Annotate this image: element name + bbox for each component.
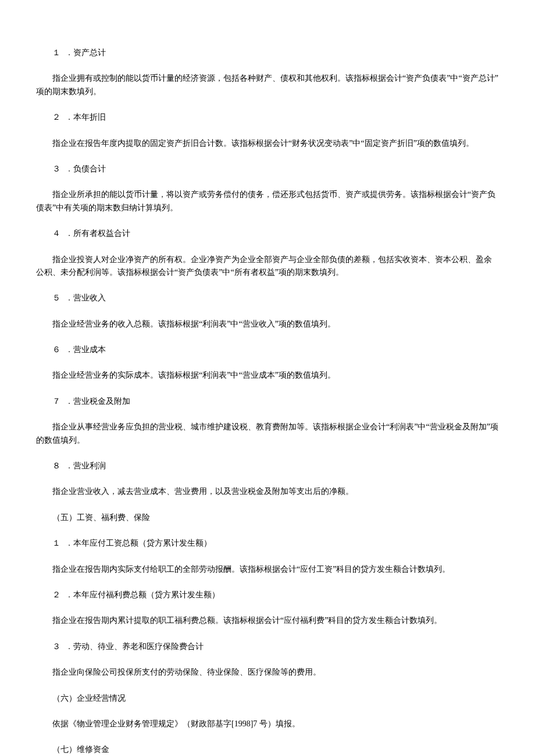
- section-8-heading: ８ ．营业利润: [36, 460, 499, 472]
- section-2-heading: ２ ．本年折旧: [36, 111, 499, 124]
- section-7-body: 指企业从事经营业务应负担的营业税、城市维护建设税、教育费附加等。该指标根据企业会…: [36, 421, 499, 447]
- section-4-body: 指企业投资人对企业净资产的所有权。企业净资产为企业全部资产与企业全部负债的差额，…: [36, 253, 499, 280]
- section-6-body: 指企业经营业务的实际成本。该指标根据“利润表”中“营业成本”项的数值填列。: [36, 369, 499, 382]
- section-10-body: 指企业在报告期内实际支付给职工的全部劳动报酬。该指标根据会计“应付工资”科目的贷…: [36, 563, 499, 576]
- section-12-body: 指企业向保险公司投保所支付的劳动保险、待业保险、医疗保险等的费用。: [36, 666, 499, 679]
- section-7-heading: ７ ．营业税金及附加: [36, 395, 499, 408]
- section-1-body: 指企业拥有或控制的能以货币计量的经济资源，包括各种财产、债权和其他权利。该指标根…: [36, 72, 499, 98]
- section-6-heading: ６ ．营业成本: [36, 343, 499, 356]
- section-1-heading: １ ．资产总计: [36, 46, 499, 59]
- section-13-heading: （六）企业经营情况: [36, 692, 499, 705]
- section-9-heading: （五）工资、福利费、保险: [36, 511, 499, 524]
- section-5-heading: ５ ．营业收入: [36, 292, 499, 304]
- section-11-heading: ２ ．本年应付福利费总额（贷方累计发生额）: [36, 589, 499, 601]
- section-14-heading: （七）维修资金: [36, 743, 499, 756]
- section-12-heading: ３ ．劳动、待业、养老和医疗保险费合计: [36, 640, 499, 653]
- section-5-body: 指企业经营业务的收入总额。该指标根据“利润表”中“营业收入”项的数值填列。: [36, 318, 499, 331]
- section-4-heading: ４ ．所有者权益合计: [36, 227, 499, 240]
- section-10-heading: １ ．本年应付工资总额（贷方累计发生额）: [36, 537, 499, 550]
- section-11-body: 指企业在报告期内累计提取的职工福利费总额。该指标根据会计“应付福利费”科目的贷方…: [36, 614, 499, 627]
- section-8-body: 指企业营业收入，减去营业成本、营业费用，以及营业税金及附加等支出后的净额。: [36, 485, 499, 498]
- section-3-body: 指企业所承担的能以货币计量，将以资产或劳务偿付的债务，偿还形式包括货币、资产或提…: [36, 188, 499, 214]
- section-3-heading: ３ ．负债合计: [36, 163, 499, 175]
- section-13-body: 依据《物业管理企业财务管理规定》（财政部基字[1998]7 号）填报。: [36, 718, 499, 730]
- section-2-body: 指企业在报告年度内提取的固定资产折旧合计数。该指标根据会计“财务状况变动表”中“…: [36, 137, 499, 150]
